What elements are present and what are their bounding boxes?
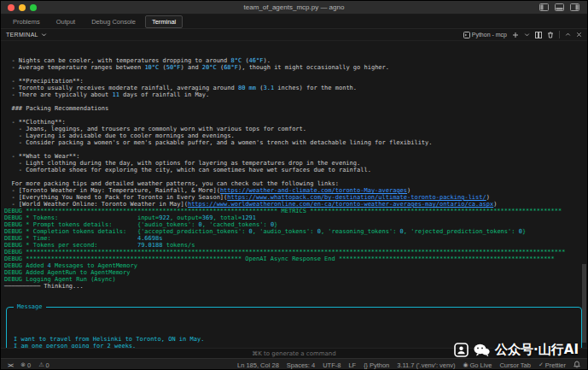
panel-tab-output[interactable]: Output [49, 15, 83, 28]
remote-icon: >< [8, 362, 13, 368]
cursor-position-label: Ln 185, Col 28 [237, 361, 279, 369]
terminal-line: ━━━━━━━━━━ Thinking... [4, 283, 584, 290]
terminal-title: TERMINAL [6, 32, 38, 38]
remote-indicator[interactable]: >< [8, 362, 13, 368]
go-live[interactable]: ◉Go Live [463, 361, 492, 369]
python-interpreter-label: 3.11.7 ('.venv': venv) [397, 361, 455, 369]
notifications-bell-icon[interactable] [573, 361, 580, 370]
indentation-label: Spaces: 4 [287, 361, 315, 369]
terminal-session-item[interactable]: Python - mcp [463, 32, 507, 38]
indentation[interactable]: Spaces: 4 [287, 361, 315, 369]
terminal-line: - [World Weather Online: Toronto Weather… [4, 201, 584, 208]
cursor-tab[interactable]: Cursor Tab [499, 361, 531, 369]
terminal-line [4, 146, 584, 153]
terminal-line: - [Everything You Need to Pack for Toron… [4, 194, 584, 201]
problems-warnings[interactable]: ⚠0 [38, 361, 49, 369]
go-live-label: Go Live [470, 361, 492, 369]
status-right-group: Ln 185, Col 28Spaces: 4UTF-8LF{}Python3.… [237, 361, 566, 369]
kill-terminal-icon[interactable] [547, 32, 554, 38]
python-interpreter[interactable]: 3.11.7 ('.venv': venv) [397, 361, 455, 369]
title-bar: team_of_agents_mcp.py — agno [1, 1, 587, 15]
terminal-line: DEBUG * Prompt tokens details: {'audio_t… [4, 221, 584, 228]
terminal-session-label: Python - mcp [472, 32, 507, 38]
panel-tab-debug-console[interactable]: Debug Console [84, 15, 143, 28]
split-terminal-icon[interactable] [535, 32, 542, 38]
generate-command-hint: ⌘K to generate a command [252, 350, 335, 357]
problems-errors[interactable]: ⊗0 [20, 361, 31, 369]
zoom-window-button[interactable] [30, 4, 37, 11]
window-title: team_of_agents_mcp.py — agno [1, 3, 587, 11]
launch-profile-chevron-icon[interactable] [524, 32, 530, 38]
chevron-down-icon [41, 32, 47, 38]
terminal-line: - **Precipitation**: [4, 78, 584, 85]
terminal-line [4, 98, 584, 105]
terminal-icon [463, 32, 470, 38]
watermark-text: 公众号·山行AI [495, 342, 579, 358]
terminal-line: For more packing tips and detailed weath… [4, 180, 584, 187]
cursor-tab-label: Cursor Tab [499, 361, 531, 369]
terminal-line [4, 71, 584, 78]
terminal-line: DEBUG Added 4 Messages to AgentMemory [4, 262, 584, 269]
profile-icon [454, 343, 469, 357]
encoding[interactable]: UTF-8 [323, 361, 341, 369]
encoding-label: UTF-8 [323, 361, 341, 369]
terminal-line: - Layering is advisable due to cooler mo… [4, 132, 584, 139]
layout-controls [539, 3, 587, 11]
maximize-panel-icon[interactable] [565, 32, 571, 38]
prettier[interactable]: ✓Prettier [539, 361, 566, 369]
new-terminal-icon[interactable] [512, 32, 519, 38]
terminal-panel[interactable]: - Nights can be cooler, with temperature… [1, 41, 587, 348]
minimize-window-button[interactable] [19, 4, 26, 11]
terminal-scrollbar[interactable] [582, 264, 586, 343]
terminal-line: DEBUG * Completion tokens details: {'acc… [4, 228, 584, 235]
check-icon: ✓ [539, 361, 544, 368]
terminal-line: - There are typically about 11 days of r… [4, 91, 584, 98]
terminal-line: - **What to Wear**: [4, 153, 584, 160]
language-mode-label: Python [370, 361, 389, 369]
close-panel-icon[interactable] [576, 32, 582, 38]
terminal-line: DEBUG **********************************… [4, 255, 584, 262]
error-icon: ⊗ [20, 361, 26, 368]
eol-selector-label: LF [348, 361, 356, 369]
terminal-output: - Nights can be cooler, with temperature… [4, 57, 584, 290]
terminal-line: DEBUG * Tokens: input=922, output=369, t… [4, 214, 584, 221]
terminal-line: - Jeans, leggings, and trousers are comm… [4, 126, 584, 132]
terminal-line: DEBUG Added AgentRun to AgentMemory [4, 269, 584, 276]
terminal-line: - Nights can be cooler, with temperature… [4, 57, 584, 64]
problems-warnings-label: 0 [46, 361, 49, 369]
warning-icon: ⚠ [38, 361, 44, 368]
panel-tab-terminal[interactable]: Terminal [145, 15, 183, 28]
message-box-title: Message [14, 303, 46, 310]
terminal-line: DEBUG * Tokens per second: 79.0188 token… [4, 242, 584, 249]
toggle-sidebar-right-icon[interactable] [570, 3, 579, 11]
terminal-line [4, 112, 584, 119]
panel-tab-problems[interactable]: Problems [6, 15, 47, 28]
status-bar: ><⊗0⚠0 Ln 185, Col 28Spaces: 4UTF-8LF{}P… [1, 358, 587, 370]
watermark: 公众号·山行AI [454, 342, 579, 358]
terminal-line: - Comfortable shoes for exploring the ci… [4, 167, 584, 173]
terminal-line: - [Toronto Weather in May: Temperature, … [4, 187, 584, 194]
panel-tab-bar: ProblemsOutputDebug ConsoleTerminal [1, 15, 587, 29]
terminal-line: - Consider packing a women's or men's pa… [4, 139, 584, 146]
terminal-line: - Toronto usually receives moderate rain… [4, 85, 584, 91]
eol-selector[interactable]: LF [348, 361, 356, 369]
toggle-sidebar-left-icon[interactable] [539, 3, 549, 11]
terminal-line: DEBUG **********************************… [4, 249, 584, 255]
divider [559, 31, 560, 38]
wechat-icon [474, 344, 490, 357]
status-left-group: ><⊗0⚠0 [8, 361, 49, 369]
close-window-button[interactable] [8, 4, 15, 11]
broadcast-icon: ◉ [463, 361, 468, 368]
language-mode[interactable]: {}Python [364, 361, 389, 369]
problems-errors-label: 0 [27, 361, 31, 369]
terminal-section[interactable]: TERMINAL [6, 32, 47, 38]
vscode-window: team_of_agents_mcp.py — agno ProblemsOut… [0, 0, 588, 370]
cursor-position[interactable]: Ln 185, Col 28 [237, 361, 279, 369]
terminal-line: - Light clothing during the day, with op… [4, 160, 584, 167]
toggle-panel-icon[interactable] [555, 3, 564, 11]
terminal-header: TERMINAL Python - mcp [1, 29, 587, 41]
braces-icon: {} [364, 362, 368, 368]
terminal-line: - **Clothing**: [4, 119, 584, 126]
terminal-line [4, 173, 584, 180]
terminal-line: DEBUG Logging Agent Run (Async) [4, 276, 584, 283]
